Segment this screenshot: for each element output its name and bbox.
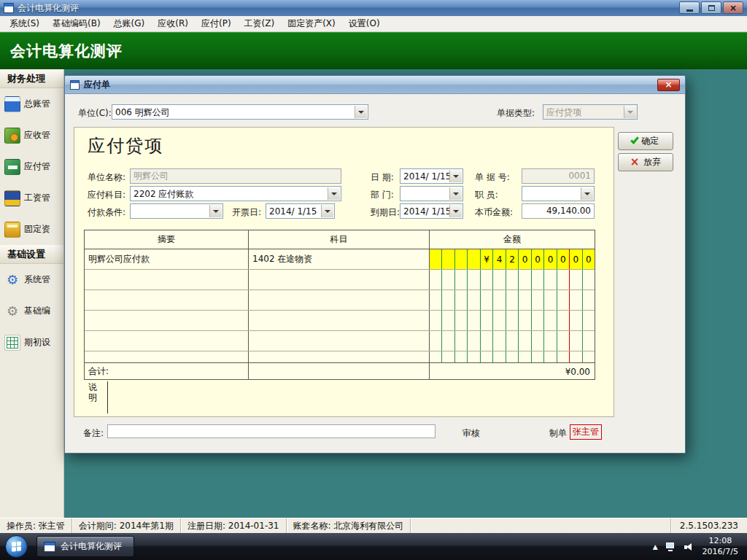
amount-digit-cell (519, 290, 531, 310)
menu-item-general-ledger[interactable]: 总账(G) (107, 15, 152, 32)
start-button[interactable] (5, 535, 28, 558)
chevron-down-icon[interactable] (321, 205, 333, 217)
sidebar-item-salary[interactable]: 工资管 (0, 182, 63, 214)
account-cell[interactable] (249, 290, 430, 310)
amount-digit-cell[interactable] (430, 249, 442, 269)
amount-digit-cell (442, 290, 454, 310)
amount-digit-cell (544, 290, 557, 310)
sidebar-item-fixed-assets[interactable]: 固定资 (0, 214, 63, 245)
amount-digit-cell[interactable]: ¥ (481, 249, 493, 269)
volume-icon[interactable] (684, 542, 694, 551)
amount-digit-cell[interactable]: 0 (557, 249, 570, 269)
amount-digit-cell[interactable]: 4 (493, 249, 506, 269)
note-area[interactable]: 说 明 (84, 381, 595, 415)
invoice-date-combobox[interactable]: 2014/ 1/15 (266, 203, 335, 219)
menu-item-basic-codes[interactable]: 基础编码(B) (46, 15, 107, 32)
amount-digit-cell[interactable] (468, 249, 480, 269)
amount-digit-cell[interactable]: 0 (583, 249, 595, 269)
menu-item-payables[interactable]: 应付(P) (195, 15, 238, 32)
combobox-value: 2202 应付账款 (133, 188, 193, 200)
dialog-titlebar[interactable]: 应付单 (65, 76, 685, 94)
summary-cell[interactable] (85, 311, 249, 330)
amount-grid (430, 331, 595, 351)
table-row[interactable]: 明辉公司应付款 1402 在途物资 ¥42000000 (85, 249, 595, 270)
account-cell[interactable] (249, 351, 430, 362)
menu-item-receivables[interactable]: 应收(R) (151, 15, 195, 32)
unit-combobox[interactable]: 006 明辉公司 (112, 104, 368, 120)
menu-item-system[interactable]: 系统(S) (3, 15, 46, 32)
window-controls: × (679, 1, 743, 14)
dialog-close-button[interactable]: × (657, 79, 680, 91)
amount-digit-cell[interactable]: 0 (544, 249, 557, 269)
document-icon (70, 80, 80, 90)
summary-cell[interactable]: 明辉公司应付款 (85, 249, 249, 269)
amount-digit-cell[interactable]: 0 (570, 249, 582, 269)
date-combobox[interactable]: 2014/ 1/15 (400, 168, 463, 184)
menu-item-fixed-assets[interactable]: 固定资产(X) (281, 15, 342, 32)
clock[interactable]: 12:08 2016/7/5 (703, 536, 738, 557)
minimize-button[interactable] (679, 1, 700, 14)
sidebar-item-basic-codes[interactable]: ⚙ 基础编 (0, 295, 63, 327)
amount-field[interactable]: 49,140.00 (522, 203, 595, 219)
amount-digit-cell[interactable] (455, 249, 468, 269)
summary-cell[interactable] (85, 351, 249, 362)
cancel-button[interactable]: × 放弃 (618, 153, 673, 171)
payment-terms-combobox[interactable] (130, 203, 223, 219)
due-date-label: 到期日: (371, 206, 400, 219)
minimize-icon (686, 9, 693, 12)
summary-cell[interactable] (85, 331, 249, 351)
chevron-down-icon[interactable] (581, 187, 593, 200)
table-row-empty[interactable] (85, 290, 595, 311)
amount-digit-cell[interactable]: 2 (506, 249, 519, 269)
amount-cell[interactable] (430, 311, 595, 330)
menu-item-settings[interactable]: 设置(O) (342, 15, 387, 32)
chevron-down-icon[interactable] (449, 205, 462, 217)
table-row-empty[interactable] (85, 270, 595, 290)
chevron-down-icon[interactable] (449, 187, 462, 200)
table-row-empty[interactable] (85, 311, 595, 331)
tray-expand-icon[interactable]: ▲ (653, 543, 658, 551)
network-icon[interactable] (666, 542, 676, 551)
chevron-down-icon[interactable] (355, 106, 367, 118)
amount-digit-cell (468, 290, 480, 310)
chevron-down-icon[interactable] (449, 170, 462, 182)
amount-digit-cell (570, 351, 582, 362)
note-label: 说 明 (88, 383, 97, 403)
taskbar-app-button[interactable]: 会计电算化测评 (36, 536, 134, 557)
table-row-empty[interactable] (85, 331, 595, 351)
summary-cell[interactable] (85, 290, 249, 310)
staff-combobox[interactable] (522, 186, 595, 201)
ledger-icon (4, 96, 20, 112)
close-button[interactable]: × (723, 1, 743, 14)
due-date-combobox[interactable]: 2014/ 1/15 (400, 203, 463, 219)
chevron-down-icon[interactable] (328, 187, 340, 200)
amount-digit-cell (506, 311, 519, 330)
amount-digit-cell[interactable]: 0 (532, 249, 544, 269)
amount-cell[interactable] (430, 270, 595, 289)
summary-cell[interactable] (85, 270, 249, 289)
chevron-down-icon[interactable] (209, 205, 222, 217)
account-cell[interactable] (249, 270, 430, 289)
amount-grid[interactable]: ¥42000000 (430, 249, 595, 269)
payable-account-combobox[interactable]: 2202 应付账款 (130, 186, 341, 201)
account-cell[interactable] (249, 331, 430, 351)
menu-item-salary[interactable]: 工资(Z) (238, 15, 282, 32)
sidebar-item-initial-setup[interactable]: 期初设 (0, 327, 63, 358)
amount-cell[interactable] (430, 351, 595, 362)
account-cell[interactable]: 1402 在途物资 (249, 249, 430, 269)
amount-cell[interactable] (430, 290, 595, 310)
ok-button[interactable]: 确定 (618, 132, 673, 150)
amount-cell[interactable]: ¥42000000 (430, 249, 595, 269)
sidebar-item-system[interactable]: ⚙ 系统管 (0, 264, 63, 295)
department-combobox[interactable] (400, 186, 463, 201)
sidebar-item-receivable[interactable]: 应收管 (0, 120, 63, 151)
maximize-button[interactable] (701, 1, 721, 14)
amount-digit-cell[interactable]: 0 (519, 249, 531, 269)
sidebar-item-general-ledger[interactable]: 总账管 (0, 88, 63, 120)
remark-input[interactable] (107, 424, 436, 438)
amount-cell[interactable] (430, 331, 595, 351)
amount-digit-cell[interactable] (442, 249, 454, 269)
sidebar-item-payable[interactable]: 应付管 (0, 151, 63, 182)
table-row-empty[interactable] (85, 351, 595, 363)
account-cell[interactable] (249, 311, 430, 330)
